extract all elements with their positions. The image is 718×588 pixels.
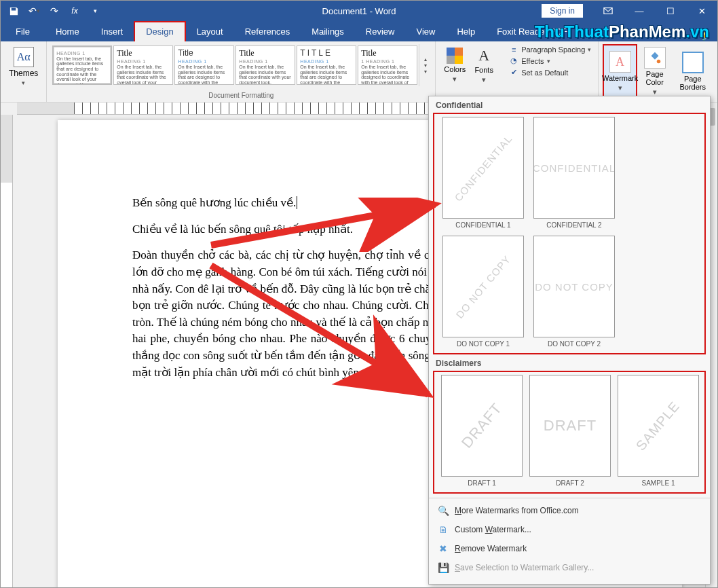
document-title: Document1 - Word	[322, 6, 396, 16]
group-page-background: Watermark▾ Page Color▾ Page Borders	[599, 41, 717, 102]
menu-save-to-gallery: 💾Save Selection to Watermark Gallery...	[429, 558, 710, 577]
formula-icon[interactable]: fx	[66, 2, 83, 20]
group-colors-fonts: Colors▾ A Fonts▾	[436, 41, 502, 102]
custom-icon: 🗎	[437, 524, 449, 535]
group-label: Document Formatting	[208, 92, 273, 99]
style-gallery[interactable]: Heading 1On the Insert tab, the gallerie…	[51, 44, 419, 86]
tab-design[interactable]: Design	[134, 21, 185, 41]
office-icon: 🔍	[437, 505, 449, 516]
watermark-option-draft-2[interactable]: DRAFT DRAFT 2	[529, 375, 611, 487]
group-themes: Aα Themes ▾	[1, 41, 47, 102]
tab-references[interactable]: References	[234, 22, 301, 41]
style-thumb[interactable]: Heading 1On the Insert tab, the gallerie…	[52, 45, 112, 85]
watermark-option-donotcopy-2[interactable]: DO NOT COPY DO NOT COPY 2	[532, 236, 616, 348]
style-thumb[interactable]: TITLEHeading 1On the Insert tab, the gal…	[297, 45, 356, 85]
watermark-option-confidential-2[interactable]: CONFIDENTIAL CONFIDENTIAL 2	[532, 117, 616, 229]
watermark-option-sample-1[interactable]: SAMPLE SAMPLE 1	[618, 375, 699, 487]
watermark-option-donotcopy-1[interactable]: DO NOT COPY DO NOT COPY 1	[441, 236, 525, 348]
watermark-icon	[609, 51, 631, 73]
redo-icon[interactable]: ↷	[45, 2, 63, 20]
quick-access-toolbar: ↶▾ ↷ fx ▾	[1, 2, 108, 20]
page-borders-button[interactable]: Page Borders	[673, 44, 714, 98]
watermark-option-confidential-1[interactable]: CONFIDENTIAL CONFIDENTIAL 1	[441, 117, 525, 229]
vertical-ruler[interactable]	[1, 115, 13, 587]
remove-icon: ✖	[437, 543, 449, 554]
menu-more-watermarks[interactable]: 🔍More Watermarks from Office.com	[429, 501, 710, 520]
effects-icon: ◔	[509, 56, 518, 65]
ribbon-display-options-icon[interactable]	[592, 1, 624, 21]
style-thumb[interactable]: TitleHEADING 1On the Insert tab, the gal…	[235, 45, 295, 85]
themes-icon: Aα	[14, 47, 34, 67]
effects-button[interactable]: ◔Effects ▾	[506, 55, 594, 67]
disclaimers-grid: DRAFT DRAFT 1 DRAFT DRAFT 2 SAMPLE SAMPL…	[433, 371, 706, 494]
paragraph-spacing-icon: ≡	[509, 45, 518, 54]
undo-icon[interactable]: ↶▾	[25, 2, 43, 20]
page-color-icon	[644, 47, 666, 69]
tab-review[interactable]: Review	[355, 22, 406, 41]
ribbon: Aα Themes ▾ Heading 1On the Insert tab, …	[1, 41, 717, 103]
tab-insert[interactable]: Insert	[90, 22, 134, 41]
check-icon: ✔	[509, 68, 518, 77]
style-thumb[interactable]: TitleHeading 1On the Insert tab, the gal…	[113, 45, 173, 85]
chevron-down-icon: ▾	[22, 79, 25, 86]
section-label: Disclaimers	[429, 354, 710, 371]
section-label: Confidential	[429, 96, 710, 113]
page-color-button[interactable]: Page Color▾	[637, 44, 673, 98]
minimize-icon[interactable]: —	[624, 1, 655, 21]
style-thumb[interactable]: Title1 Heading 1On the Insert tab, the g…	[358, 45, 417, 85]
title-bar: ↶▾ ↷ fx ▾ Document1 - Word Sign in — ☐ ✕	[1, 1, 717, 21]
save-icon: 💾	[437, 562, 449, 573]
svg-point-1	[656, 60, 660, 64]
sign-in-button[interactable]: Sign in	[542, 4, 583, 18]
tab-help[interactable]: Help	[446, 22, 486, 41]
qat-customize-icon[interactable]: ▾	[86, 2, 104, 20]
set-default-button[interactable]: ✔Set as Default	[506, 67, 594, 78]
page-borders-icon	[682, 52, 704, 73]
group-spacing: ≡Paragraph Spacing ▾ ◔Effects ▾ ✔Set as …	[502, 41, 599, 102]
tab-view[interactable]: View	[405, 22, 446, 41]
menu-custom-watermark[interactable]: 🗎Custom Watermark...	[429, 520, 710, 539]
tab-mailings[interactable]: Mailings	[301, 22, 355, 41]
close-icon[interactable]: ✕	[686, 1, 717, 21]
tab-layout[interactable]: Layout	[186, 22, 234, 41]
gallery-more-button[interactable]: ▴▾▾	[419, 44, 431, 86]
fonts-button[interactable]: A Fonts▾	[470, 44, 498, 86]
overlay-logo: ThuThuatPhanMem.vn	[535, 22, 709, 41]
themes-button[interactable]: Aα Themes ▾	[5, 44, 42, 89]
tab-home[interactable]: Home	[45, 22, 90, 41]
colors-icon	[447, 48, 463, 64]
save-icon[interactable]	[5, 2, 22, 20]
colors-button[interactable]: Colors▾	[440, 44, 470, 86]
style-thumb[interactable]: TitleHeading 1On the Insert tab, the gal…	[174, 45, 234, 85]
paragraph-spacing-button[interactable]: ≡Paragraph Spacing ▾	[506, 44, 594, 55]
watermark-button[interactable]: Watermark▾	[603, 44, 637, 98]
tab-file[interactable]: File	[5, 22, 41, 41]
menu-remove-watermark[interactable]: ✖Remove Watermark	[429, 539, 710, 558]
fonts-icon: A	[478, 47, 489, 65]
watermark-dropdown: Confidential CONFIDENTIAL CONFIDENTIAL 1…	[428, 96, 711, 585]
watermark-option-draft-1[interactable]: DRAFT DRAFT 1	[441, 375, 523, 487]
watermark-menu: 🔍More Watermarks from Office.com 🗎Custom…	[429, 498, 710, 580]
maximize-icon[interactable]: ☐	[655, 1, 686, 21]
confidential-grid: CONFIDENTIAL CONFIDENTIAL 1 CONFIDENTIAL…	[433, 113, 706, 354]
